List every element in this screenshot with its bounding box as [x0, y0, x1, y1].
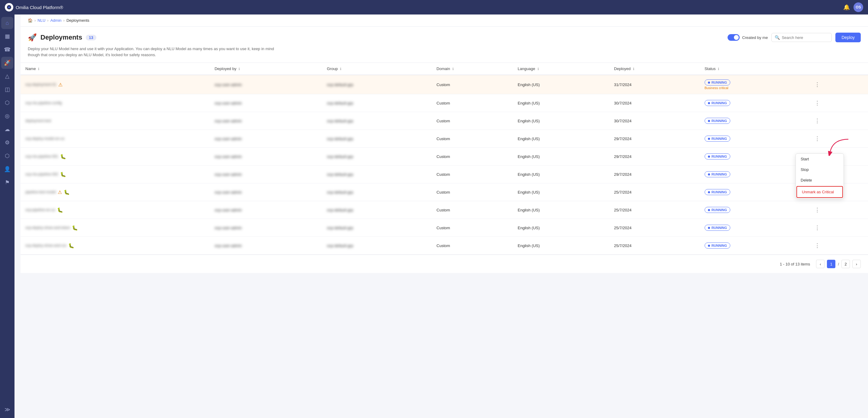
more-actions-btn[interactable]: ⋮ [812, 98, 823, 108]
table-row: pipeline-test-model⚠🐛ocp-user-adminocp-d… [21, 183, 868, 201]
search-input[interactable] [782, 35, 829, 40]
sidebar-item-box[interactable]: ⬡ [1, 150, 13, 162]
table-row: deployment-testocp-user-adminocp-default… [21, 112, 868, 130]
cell-actions[interactable]: ⋮ [807, 112, 868, 130]
avatar[interactable]: OS [854, 2, 863, 12]
next-page-btn[interactable]: › [852, 260, 861, 268]
col-group: Group ℹ [322, 63, 432, 75]
status-badge: RUNNING [705, 100, 730, 106]
breadcrumb-nlu[interactable]: NLU [37, 18, 45, 23]
cell-language: English (US) [513, 183, 609, 201]
cell-actions[interactable]: ⋮ [807, 94, 868, 112]
main-content: 🏠 › NLU › Admin › Deployments 🚀 Deployme… [21, 14, 868, 418]
cell-deployed-by: ocp-user-admin [210, 148, 322, 166]
cell-group: ocp-default-grp [322, 75, 432, 94]
col-status: Status ℹ [700, 63, 808, 75]
cell-deployed-date: 30/7/2024 [609, 112, 700, 130]
sidebar-item-rocket[interactable]: 🚀 [1, 57, 13, 69]
cell-domain: Custom [432, 148, 513, 166]
cell-status: RUNNING [700, 148, 808, 166]
cell-deployed-date: 31/7/2024 [609, 75, 700, 94]
sidebar-item-chat[interactable]: ◫ [1, 83, 13, 95]
deployments-table: Name ℹ Deployed by ℹ Group ℹ Domain ℹ La… [21, 63, 868, 255]
sidebar-item-tag[interactable]: ⚑ [1, 176, 13, 188]
cell-actions[interactable]: ⋮ [807, 219, 868, 237]
cell-language: English (US) [513, 94, 609, 112]
cell-name: pipeline-test-model⚠🐛 [21, 183, 210, 201]
cell-group: ocp-default-grp [322, 130, 432, 148]
page-title-right: Created by me 🔍 Deploy [727, 33, 861, 42]
cell-actions[interactable]: ⋮ [807, 75, 868, 94]
bug-icon: 🐛 [72, 225, 78, 231]
cell-deployed-by: ocp-user-admin [210, 94, 322, 112]
toggle-group: Created by me [727, 34, 768, 41]
table-row: ocp-nlu-pipeline-001🐛ocp-user-adminocp-d… [21, 148, 868, 166]
more-actions-btn[interactable]: ⋮ [812, 223, 823, 232]
cell-deployed-by: ocp-user-admin [210, 201, 322, 219]
sidebar-item-user[interactable]: 👤 [1, 163, 13, 175]
created-by-me-toggle[interactable] [727, 34, 740, 41]
cell-name: ocp-nlu-pipeline-config [21, 94, 210, 112]
more-actions-btn[interactable]: ⋮ [812, 80, 823, 89]
page-2-btn[interactable]: 2 [841, 260, 850, 268]
pagination: 1 - 10 of 13 items ‹ 1 / 2 › [21, 255, 868, 273]
breadcrumb-home-icon[interactable]: 🏠 [28, 18, 33, 23]
more-actions-btn[interactable]: ⋮ [812, 205, 823, 214]
cell-group: ocp-default-grp [322, 237, 432, 255]
context-menu-unmark-critical[interactable]: Unmark as Critical [797, 186, 843, 198]
col-name: Name ℹ [21, 63, 210, 75]
cell-domain: Custom [432, 112, 513, 130]
context-menu-stop[interactable]: Stop [796, 164, 843, 175]
bug-icon: 🐛 [68, 243, 74, 248]
sidebar-item-triangle[interactable]: △ [1, 70, 13, 82]
sidebar-item-phone[interactable]: ☎ [1, 43, 13, 56]
status-badge: RUNNING [705, 225, 730, 231]
table-row: ocp-deploy-model-en-usocp-user-adminocp-… [21, 130, 868, 148]
breadcrumb-admin[interactable]: Admin [51, 18, 62, 23]
cell-domain: Custom [432, 166, 513, 183]
context-menu: Start Stop Delete Unmark as Critical [796, 153, 844, 199]
sidebar-item-cloud[interactable]: ☁ [1, 123, 13, 135]
bug-icon: 🐛 [60, 172, 66, 177]
bell-icon[interactable]: 🔔 [843, 4, 850, 10]
cell-domain: Custom [432, 130, 513, 148]
cell-deployed-by: ocp-user-admin [210, 166, 322, 183]
status-badge: RUNNING [705, 80, 730, 86]
context-menu-delete[interactable]: Delete [796, 175, 843, 185]
table-row: ocp-deploy-show-and-run🐛ocp-user-adminoc… [21, 237, 868, 255]
warning-icon: ⚠ [58, 82, 63, 88]
cell-actions[interactable]: ⋮ [807, 201, 868, 219]
breadcrumb: 🏠 › NLU › Admin › Deployments [21, 14, 868, 27]
page-1-btn[interactable]: 1 [827, 260, 835, 268]
sidebar-item-settings[interactable]: ⚙ [1, 137, 13, 149]
more-actions-btn[interactable]: ⋮ [812, 134, 823, 143]
cell-actions[interactable]: ⋮ [807, 237, 868, 255]
status-badge: RUNNING [705, 118, 730, 124]
col-deployed-by: Deployed by ℹ [210, 63, 322, 75]
left-sidebar: ⌂ ▦ ☎ 🚀 △ ◫ ⬡ ◎ ☁ ⚙ ⬡ 👤 ⚑ ≫ [0, 14, 14, 418]
status-badge: RUNNING [705, 207, 730, 213]
page-title: Deployments [40, 33, 82, 41]
more-actions-btn[interactable]: ⋮ [812, 241, 823, 250]
cell-name: ocp-deploy-model-en-us [21, 130, 210, 148]
table-row: ocp-nlu-pipeline-configocp-user-adminocp… [21, 94, 868, 112]
cell-domain: Custom [432, 219, 513, 237]
cell-name: deployment-test [21, 112, 210, 130]
cell-group: ocp-default-grp [322, 112, 432, 130]
toggle-label: Created by me [742, 35, 768, 40]
sidebar-item-nodes[interactable]: ⬡ [1, 97, 13, 109]
col-actions [807, 63, 868, 75]
sidebar-expand-icon[interactable]: ≫ [1, 404, 13, 416]
cell-language: English (US) [513, 166, 609, 183]
prev-page-btn[interactable]: ‹ [816, 260, 825, 268]
sidebar-item-grid[interactable]: ▦ [1, 30, 13, 42]
cell-deployed-date: 25/7/2024 [609, 201, 700, 219]
search-icon: 🔍 [775, 35, 780, 40]
sidebar-item-home[interactable]: ⌂ [1, 17, 13, 29]
deploy-button[interactable]: Deploy [835, 33, 861, 42]
cell-domain: Custom [432, 94, 513, 112]
cell-status: RUNNING [700, 112, 808, 130]
cell-deployed-by: ocp-user-admin [210, 130, 322, 148]
more-actions-btn[interactable]: ⋮ [812, 116, 823, 125]
sidebar-item-lightbulb[interactable]: ◎ [1, 110, 13, 122]
